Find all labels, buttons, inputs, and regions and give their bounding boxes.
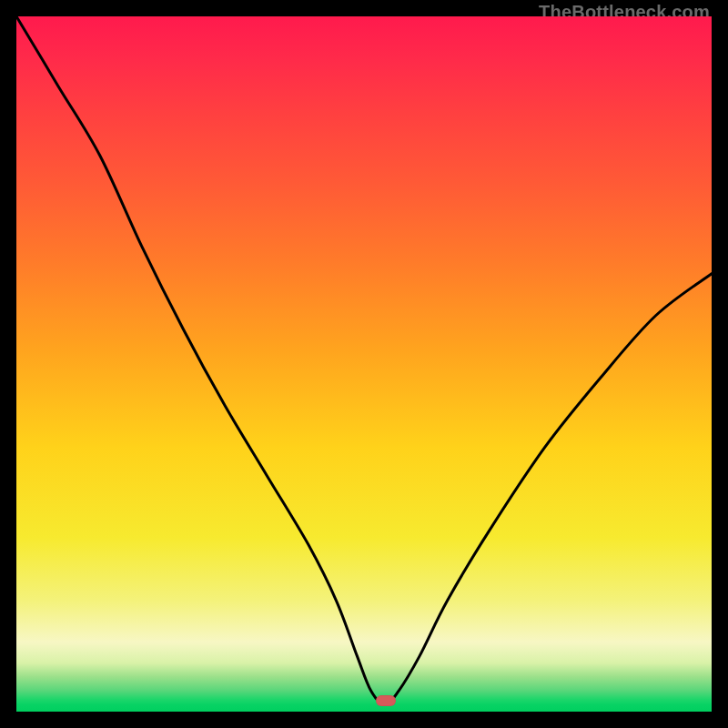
bottleneck-curve xyxy=(16,16,712,712)
plot-area xyxy=(16,16,712,712)
optimal-point-marker xyxy=(376,695,396,706)
chart-frame: TheBottleneck.com xyxy=(0,0,728,728)
